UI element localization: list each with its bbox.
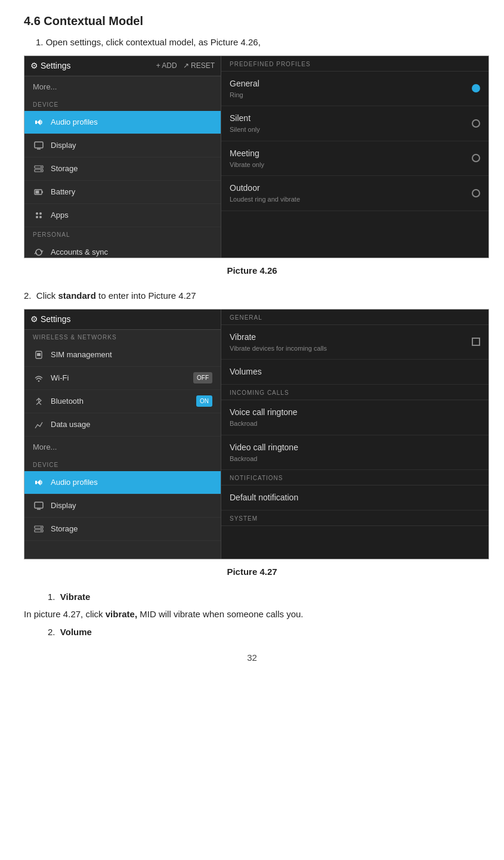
- wifi-label: Wi-Fi: [51, 372, 69, 384]
- profile-general[interactable]: General Ring: [221, 72, 488, 107]
- profile-outdoor[interactable]: Outdoor Loudest ring and vibrate: [221, 176, 488, 211]
- device-label-2: DEVICE: [24, 457, 221, 471]
- battery-icon: [33, 186, 45, 198]
- storage-label-2: Storage: [51, 523, 78, 535]
- page-number: 32: [24, 651, 480, 665]
- sim-label: SIM management: [51, 349, 112, 361]
- general-sub: Ring: [230, 90, 259, 100]
- step2-number: 2.: [24, 290, 32, 301]
- svg-rect-8: [42, 191, 43, 193]
- bluetooth-toggle[interactable]: ON: [196, 395, 212, 407]
- default-notification-item[interactable]: Default notification: [221, 485, 488, 511]
- vibrate-item[interactable]: Vibrate Vibrate devices for incoming cal…: [221, 325, 488, 360]
- sidebar-more-2: More...: [24, 437, 221, 458]
- standard-bold: standard: [58, 290, 96, 301]
- wireless-label: WIRELESS & NETWORKS: [24, 330, 221, 344]
- header-actions-1: + ADD ↗ RESET: [156, 60, 215, 71]
- audio-icon-2: [33, 477, 45, 488]
- general-radio[interactable]: [472, 84, 480, 92]
- outdoor-radio[interactable]: [472, 189, 480, 197]
- svg-point-26: [41, 530, 42, 531]
- system-label: SYSTEM: [221, 511, 488, 526]
- sidebar-more-1: More...: [24, 76, 221, 98]
- svg-point-19: [38, 380, 40, 382]
- sidebar-item-audio-profiles-2[interactable]: Audio profiles: [24, 471, 221, 494]
- sidebar-item-display-2[interactable]: Display: [24, 494, 221, 518]
- data-usage-label: Data usage: [51, 419, 91, 431]
- voice-ringtone-title: Voice call ringtone: [230, 407, 298, 417]
- item1-description: In picture 4.27, click vibrate, MID will…: [24, 608, 480, 621]
- outdoor-sub: Loudest ring and vibrate: [230, 194, 300, 205]
- step2-detail-rest: to enter into Picture 4.27: [98, 290, 196, 301]
- sidebar-item-storage[interactable]: Storage: [24, 157, 221, 181]
- display-icon: [33, 140, 45, 151]
- audio-profiles-label: Audio profiles: [51, 116, 98, 128]
- profile-meeting[interactable]: Meeting Vibrate only: [221, 141, 488, 177]
- step2-text: 2. Click standard to enter into Picture …: [24, 289, 480, 303]
- add-action[interactable]: + ADD: [156, 60, 177, 71]
- vibrate-sub: Vibrate devices for incoming calls: [230, 344, 327, 354]
- item2-title: Volume: [60, 627, 92, 637]
- sidebar-item-storage-2[interactable]: Storage: [24, 518, 221, 541]
- svg-rect-18: [37, 353, 41, 356]
- silent-title: Silent: [230, 113, 251, 123]
- svg-rect-9: [36, 191, 39, 194]
- personal-label-1: PERSONAL: [24, 227, 221, 241]
- incoming-calls-label: INCOMING CALLS: [221, 385, 488, 400]
- apps-label: Apps: [51, 209, 69, 221]
- item1-number: 1.: [48, 592, 55, 602]
- default-notification-title: Default notification: [230, 491, 298, 504]
- svg-rect-1: [35, 142, 43, 148]
- sidebar-1: ⚙ Settings + ADD ↗ RESET More... DEVICE …: [24, 56, 221, 258]
- apps-icon: [33, 209, 45, 221]
- section-heading: 4.6 Contextual Model: [24, 12, 480, 30]
- storage-icon-2: [33, 523, 45, 535]
- svg-point-6: [41, 170, 42, 171]
- settings-title-1: Settings: [41, 60, 71, 72]
- reset-action[interactable]: ↗ RESET: [183, 60, 215, 71]
- sidebar-item-data-usage[interactable]: Data usage: [24, 413, 221, 437]
- voice-ringtone-item[interactable]: Voice call ringtone Backroad: [221, 400, 488, 435]
- silent-sub: Silent only: [230, 125, 260, 135]
- svg-rect-0: [35, 120, 37, 124]
- sidebar-item-display[interactable]: Display: [24, 134, 221, 157]
- storage-label: Storage: [51, 163, 78, 175]
- sidebar-item-apps[interactable]: Apps: [24, 204, 221, 227]
- svg-point-10: [36, 212, 38, 215]
- bottom-item-1: 1. Vibrate: [48, 590, 480, 604]
- settings-icon: ⚙: [30, 60, 38, 72]
- display-label: Display: [51, 140, 76, 151]
- video-ringtone-item[interactable]: Video call ringtone Backroad: [221, 435, 488, 471]
- sidebar-item-audio-profiles[interactable]: Audio profiles: [24, 111, 221, 134]
- meeting-radio[interactable]: [472, 154, 480, 162]
- bluetooth-icon: [33, 395, 45, 407]
- data-usage-icon: [33, 419, 45, 431]
- sidebar-item-bluetooth[interactable]: Bluetooth ON: [24, 390, 221, 413]
- volumes-item[interactable]: Volumes: [221, 360, 488, 385]
- volumes-title: Volumes: [230, 366, 262, 378]
- meeting-sub: Vibrate only: [230, 160, 264, 170]
- general-title: General: [230, 79, 259, 88]
- voice-ringtone-sub: Backroad: [230, 419, 298, 429]
- settings-icon-2: ⚙: [30, 313, 38, 326]
- outdoor-title: Outdoor: [230, 183, 260, 193]
- meeting-title: Meeting: [230, 149, 259, 158]
- step1-text: 1. Open settings, click contextual model…: [36, 36, 480, 50]
- vibrate-checkbox[interactable]: [472, 338, 480, 346]
- general-section-label: GENERAL: [221, 310, 488, 325]
- item1-title: Vibrate: [60, 592, 91, 602]
- item2-number: 2.: [48, 627, 55, 637]
- sidebar-item-accounts-sync[interactable]: Accounts & sync: [24, 241, 221, 258]
- sidebar-item-battery[interactable]: Battery: [24, 181, 221, 204]
- accounts-sync-label: Accounts & sync: [51, 246, 108, 258]
- sidebar-item-sim[interactable]: SIM management: [24, 344, 221, 367]
- vibrate-title: Vibrate: [230, 332, 256, 342]
- wifi-toggle[interactable]: OFF: [193, 372, 212, 383]
- silent-radio[interactable]: [472, 119, 480, 128]
- sidebar-item-wifi[interactable]: Wi-Fi OFF: [24, 367, 221, 390]
- bottom-section: 1. Vibrate In picture 4.27, click vibrat…: [24, 590, 480, 639]
- notifications-label: NOTIFICATIONS: [221, 470, 488, 485]
- profile-silent[interactable]: Silent Silent only: [221, 106, 488, 141]
- screenshot-1: ⚙ Settings + ADD ↗ RESET More... DEVICE …: [24, 55, 489, 258]
- battery-label: Battery: [51, 186, 75, 198]
